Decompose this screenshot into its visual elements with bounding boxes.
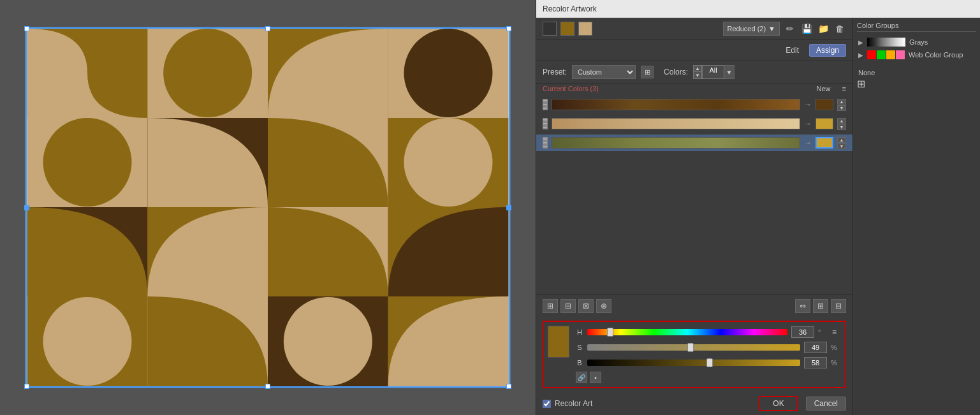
hsb-h-unit: ° [818,328,828,336]
panel-content: Reduced (2) ▼ ✏ 💾 📁 🗑 Edit [536,18,980,415]
hsb-b-track[interactable] [587,360,800,366]
swatch-tan[interactable] [578,22,592,36]
top-toolbar: Reduced (2) ▼ ✏ 💾 📁 🗑 [536,18,852,40]
lock-icon-button[interactable]: 🔗 [576,372,587,383]
canvas-area [0,0,536,415]
row-1-current-color[interactable] [552,99,800,110]
preset-select[interactable]: Custom Default 1 Color 2 Colors [572,65,636,79]
handle-middle-left[interactable] [24,205,29,210]
dropdown-arrow-icon: ▼ [768,25,775,33]
color-table-menu-icon[interactable]: ≡ [842,85,846,92]
colors-dropdown-button[interactable]: ▼ [724,65,735,79]
row-3-arrow-icon: → [804,138,812,147]
hsb-b-thumb[interactable] [706,358,713,367]
web-swatch-orange [886,50,895,59]
artwork-frame [26,27,510,388]
edit-tab[interactable]: Edit [780,45,804,56]
folder-button[interactable]: 📁 [817,22,830,35]
hsb-h-track[interactable] [587,329,787,335]
row-2-drag-handle[interactable] [543,118,548,129]
row-3-drag-handle[interactable] [543,137,548,149]
color-table-header: Current Colors (3) New ≡ [536,84,852,94]
row-1-arrow-icon: → [804,100,812,109]
row-1-stack-down[interactable]: ▼ [837,105,846,111]
icon-btn-4[interactable]: ⊕ [596,299,611,313]
row-3-current-color[interactable] [552,137,800,149]
save-button[interactable]: 💾 [800,22,813,35]
color-groups-title: Color Groups [857,22,976,32]
hsb-s-track[interactable] [587,344,800,351]
ok-button[interactable]: OK [759,396,798,411]
hsb-b-value[interactable] [804,357,827,368]
row-3-stack-down[interactable]: ▼ [837,143,846,149]
hsb-h-value[interactable] [791,326,814,338]
artwork-svg [27,29,509,386]
web-swatches [867,50,905,59]
hsb-h-thumb[interactable] [607,328,613,337]
grid-icon[interactable]: ⊞ [857,78,976,90]
row-3-stack-up[interactable]: ▲ [837,137,846,143]
icon-btn-2[interactable]: ⊟ [560,299,576,313]
handle-top-right[interactable] [506,26,511,31]
row-2-stack-up[interactable]: ▲ [837,118,846,124]
row-2-stack-down[interactable]: ▼ [837,124,846,130]
grays-swatches [867,38,905,47]
row-1-stack-up[interactable]: ▲ [837,99,846,105]
svg-point-21 [284,297,372,386]
color-groups-sidebar: Color Groups ▶ Grays ▶ Web Color Group [852,18,980,415]
svg-point-8 [43,118,132,207]
bottom-icon-row: ⊞ ⊟ ⊠ ⊕ ⇔ ⊞ ⊟ [536,295,852,317]
swatch-black[interactable] [543,22,557,36]
row-2-new-color[interactable] [815,118,833,129]
reduced-dropdown[interactable]: Reduced (2) ▼ [723,22,780,36]
icon-btn-6[interactable]: ⊞ [813,299,828,313]
handle-bottom-center[interactable] [265,384,270,389]
handle-middle-right[interactable] [506,205,511,210]
row-2-stack: ▲ ▼ [837,118,846,130]
recolor-artwork-panel: Recolor Artwork Reduced (2) ▼ ✏ 💾 [536,0,980,415]
icon-btn-7[interactable]: ⊟ [831,299,846,313]
web-chevron-icon: ▶ [858,52,863,59]
recolor-art-row: Recolor Art OK Cancel [536,392,852,415]
hsb-section: H ° ≡ S % [543,321,846,388]
row-1-drag-handle[interactable] [543,99,548,110]
colors-down-button[interactable]: ▼ [693,72,702,79]
swatch-brown[interactable] [560,22,574,36]
svg-point-12 [404,118,492,207]
svg-point-18 [43,297,132,386]
hsb-sliders: H ° ≡ S % [576,326,841,369]
color-group-web[interactable]: ▶ Web Color Group [857,48,976,61]
grays-label: Grays [909,38,928,46]
icon-btn-3[interactable]: ⊠ [578,299,594,313]
handle-bottom-left[interactable] [24,384,29,389]
recolor-art-checkbox[interactable] [543,400,551,408]
icon-btn-5[interactable]: ⇔ [795,299,810,313]
preset-row: Preset: Custom Default 1 Color 2 Colors … [536,61,852,84]
row-3-new-color[interactable] [815,137,833,149]
cancel-button[interactable]: Cancel [806,397,846,411]
hsb-icons-row: 🔗 ▪ [576,372,841,383]
hsb-menu-icon[interactable]: ≡ [832,328,841,337]
icon-btn-1[interactable]: ⊞ [543,299,558,313]
assign-tab[interactable]: Assign [809,44,846,57]
row-1-new-color[interactable] [815,99,833,110]
row-3-stack: ▲ ▼ [837,137,846,149]
swatch-small-button[interactable]: ▪ [590,372,601,383]
color-row-3[interactable]: → ▲ ▼ [536,135,852,151]
pencil-button[interactable]: ✏ [784,22,796,35]
colors-label: Colors: [664,68,688,76]
hsb-s-value[interactable] [804,342,827,353]
folder-icon: 📁 [818,24,829,34]
colors-up-button[interactable]: ▲ [693,65,702,72]
panel-title: Recolor Artwork [543,4,597,13]
hsb-s-thumb[interactable] [687,343,694,352]
handle-top-center[interactable] [265,26,270,31]
grays-swatch-wide [867,38,905,47]
color-group-grays[interactable]: ▶ Grays [857,36,976,48]
trash-button[interactable]: 🗑 [833,22,846,35]
row-2-current-color[interactable] [552,118,800,129]
handle-bottom-right[interactable] [506,384,511,389]
preset-options-button[interactable]: ⊞ [641,66,654,78]
handle-top-left[interactable] [24,26,29,31]
pencil-icon: ✏ [786,24,794,34]
